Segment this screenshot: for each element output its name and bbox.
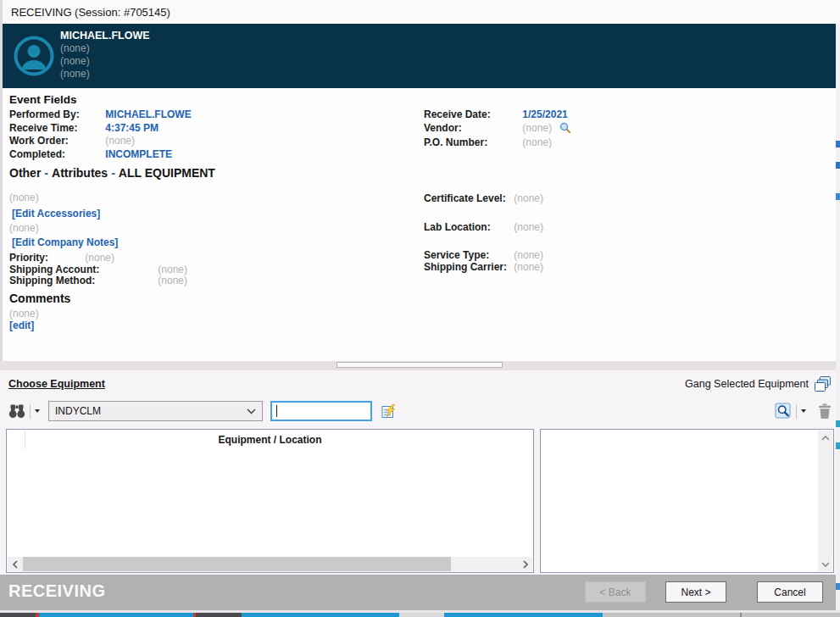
- taskbar-fragment: [0, 613, 36, 617]
- window-title: RECEIVING (Session: #705145): [11, 6, 170, 19]
- combobox-chevron-icon: [247, 405, 256, 417]
- field-work-order: Work Order: (none): [9, 135, 424, 148]
- field-certificate-level: Certificate Level: (none): [424, 192, 543, 204]
- scroll-up-arrow-icon[interactable]: [818, 431, 832, 445]
- taskbar-fragment: [444, 613, 603, 617]
- edge-fragment: [836, 162, 840, 169]
- taskbar-fragment: [242, 613, 399, 617]
- horizontal-scrollbar[interactable]: [8, 557, 532, 571]
- quick-entry-edit-icon[interactable]: [381, 404, 396, 419]
- field-po-number: P.O. Number: (none): [424, 136, 840, 150]
- scroll-left-arrow-icon[interactable]: [8, 557, 22, 571]
- company-notes-value: (none): [9, 222, 39, 234]
- taskbar-fragment: [196, 613, 242, 617]
- user-name: MICHAEL.FLOWE: [60, 30, 150, 42]
- wizard-title: RECEIVING: [8, 581, 106, 601]
- toolbar-separator: [30, 404, 31, 419]
- field-shipping-method: Shipping Method: (none): [9, 275, 187, 286]
- edit-accessories-link[interactable]: [Edit Accessories]: [12, 208, 100, 220]
- equipment-list-panel[interactable]: Equipment / Location: [6, 429, 534, 573]
- choose-equipment-link[interactable]: Choose Equipment: [8, 378, 105, 390]
- gang-equipment-icon[interactable]: [815, 375, 832, 392]
- field-performed-by: Performed By: MICHAEL.FLOWE: [9, 108, 424, 122]
- window-right-edge: [836, 24, 840, 610]
- field-shipping-carrier: Shipping Carrier: (none): [424, 261, 543, 273]
- find-binoculars-button[interactable]: [8, 403, 25, 419]
- search-options-dropdown-caret[interactable]: [801, 409, 806, 413]
- field-receive-time: Receive Time: 4:37:45 PM: [9, 122, 424, 136]
- event-details-pane: Event Fields Performed By: MICHAEL.FLOWE…: [0, 88, 840, 361]
- edge-fragment: [836, 141, 840, 147]
- edge-fragment: [836, 583, 840, 590]
- accessories-value: (none): [9, 192, 39, 203]
- taskbar-fragment: [39, 613, 193, 617]
- user-avatar-icon: [14, 36, 54, 76]
- text-caret: [276, 405, 277, 417]
- user-detail-line: (none): [60, 68, 150, 81]
- find-equipment-search-icon[interactable]: [775, 403, 792, 420]
- field-vendor: Vendor: (none): [424, 122, 840, 137]
- field-lab-location: Lab Location: (none): [424, 221, 543, 233]
- taskbar-fragment: [399, 613, 444, 617]
- equipment-filter-combobox[interactable]: INDYCLM: [48, 401, 263, 421]
- scroll-right-arrow-icon[interactable]: [518, 557, 532, 571]
- comments-value: (none): [9, 308, 840, 320]
- wizard-footer: RECEIVING < Back Next > Cancel: [0, 575, 840, 610]
- field-shipping-account: Shipping Account: (none): [9, 264, 187, 275]
- vertical-scrollbar[interactable]: [818, 431, 832, 571]
- taskbar-fragment: [603, 613, 840, 617]
- combobox-selected-value: INDYCLM: [55, 405, 247, 417]
- cancel-button[interactable]: Cancel: [757, 581, 823, 603]
- edit-company-notes-link[interactable]: [Edit Company Notes]: [12, 236, 118, 248]
- scroll-down-arrow-icon[interactable]: [818, 557, 832, 571]
- edge-fragment: [836, 420, 840, 427]
- window-titlebar: RECEIVING (Session: #705145): [0, 0, 840, 24]
- back-button: < Back: [585, 581, 646, 603]
- choose-equipment-pane: Choose Equipment Gang Selected Equipment: [0, 370, 840, 575]
- selected-equipment-panel[interactable]: [540, 429, 834, 573]
- edge-fragment: [836, 442, 840, 449]
- edit-comments-link[interactable]: [edit]: [9, 320, 840, 332]
- comments-heading: Comments: [9, 292, 840, 305]
- equipment-search-input[interactable]: [270, 401, 372, 421]
- equipment-list-header: Equipment / Location: [7, 430, 533, 446]
- find-options-dropdown-caret[interactable]: [35, 409, 40, 413]
- gang-selected-equipment-label: Gang Selected Equipment: [685, 378, 809, 390]
- scrollbar-thumb[interactable]: [23, 557, 451, 571]
- background-window-strip: [0, 610, 840, 617]
- field-completed: Completed: INCOMPLETE: [9, 148, 424, 162]
- horizontal-splitter: [0, 361, 840, 370]
- edge-fragment: [836, 193, 840, 200]
- toolbar-separator: [796, 404, 797, 419]
- attributes-heading: Other-Attributes-ALL EQUIPMENT: [9, 166, 840, 180]
- user-detail-line: (none): [60, 55, 150, 68]
- session-user-header: MICHAEL.FLOWE (none) (none) (none): [0, 24, 836, 88]
- taskbar-fragment: [740, 613, 742, 617]
- vendor-lookup-search-icon[interactable]: [559, 122, 570, 137]
- event-fields-heading: Event Fields: [9, 93, 840, 106]
- delete-trash-icon[interactable]: [818, 403, 832, 419]
- field-receive-date: Receive Date: 1/25/2021: [424, 108, 840, 122]
- field-priority: Priority: (none): [9, 252, 114, 264]
- column-divider: [25, 431, 25, 449]
- field-service-type: Service Type: (none): [424, 249, 543, 261]
- splitter-grab-handle[interactable]: [337, 362, 503, 368]
- user-detail-line: (none): [60, 42, 150, 55]
- next-button[interactable]: Next >: [665, 581, 726, 603]
